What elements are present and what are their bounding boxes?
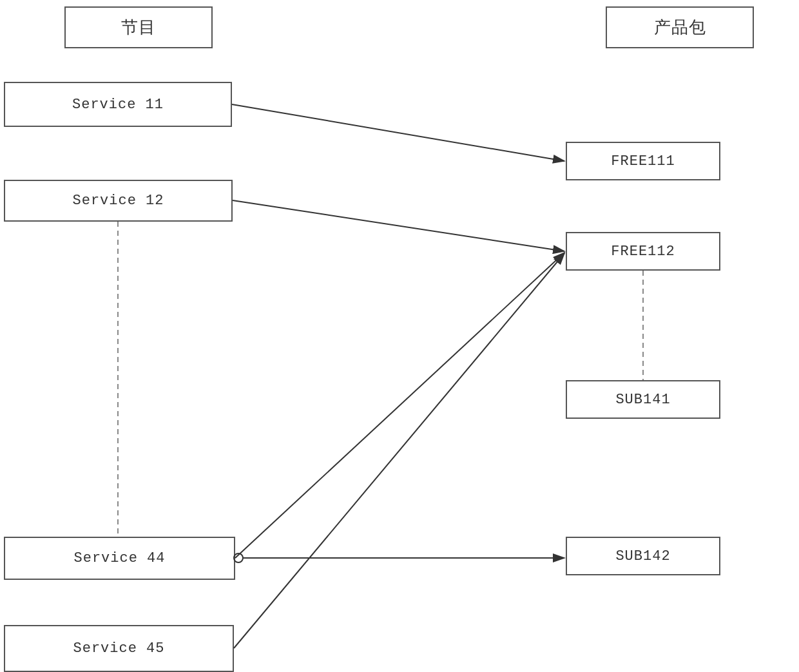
free112-box[interactable]: FREE112	[566, 232, 720, 271]
sub142-box[interactable]: SUB142	[566, 537, 720, 575]
header-left: 节目	[64, 6, 213, 48]
service44-box[interactable]: Service 44	[4, 537, 235, 580]
line-s45-free112	[234, 253, 564, 648]
line-s11-free111	[232, 104, 564, 161]
header-right: 产品包	[606, 6, 754, 48]
service12-box[interactable]: Service 12	[4, 180, 233, 222]
diagram-container: 节目 产品包 Service 11 Service 12 Service 44 …	[0, 0, 799, 672]
line-s44-free112	[235, 253, 564, 558]
service11-box[interactable]: Service 11	[4, 82, 232, 127]
circle-s44-sub142	[234, 553, 243, 562]
service45-box[interactable]: Service 45	[4, 625, 234, 672]
line-s12-free112	[233, 200, 564, 251]
sub141-box[interactable]: SUB141	[566, 380, 720, 419]
free111-box[interactable]: FREE111	[566, 142, 720, 180]
